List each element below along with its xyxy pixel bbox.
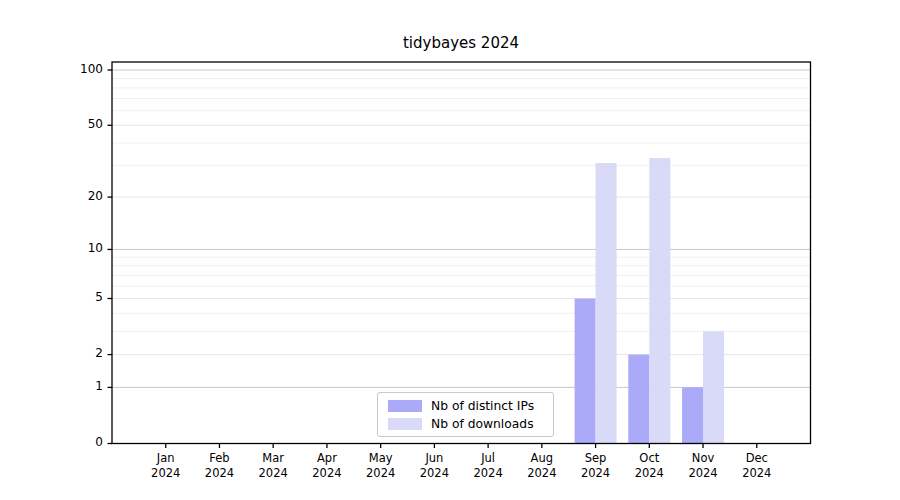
bar-downloads-oct xyxy=(649,158,670,443)
chart-title: tidybayes 2024 xyxy=(112,34,810,52)
y-tick-label-5: 5 xyxy=(58,290,103,304)
x-tick-label-aug: Aug 2024 xyxy=(512,451,572,482)
x-tick-label-may: May 2024 xyxy=(351,451,411,482)
y-tick-label-20: 20 xyxy=(58,189,103,203)
y-tick-label-10: 10 xyxy=(58,241,103,255)
x-tick-label-jun: Jun 2024 xyxy=(404,451,464,482)
x-tick-label-feb: Feb 2024 xyxy=(189,451,249,482)
x-tick-label-mar: Mar 2024 xyxy=(243,451,303,482)
y-tick-label-2: 2 xyxy=(58,346,103,360)
bar-distinct-ips-oct xyxy=(628,355,649,444)
legend-entry-distinct-ips: Nb of distinct IPs xyxy=(388,399,543,413)
x-tick-label-sep: Sep 2024 xyxy=(566,451,626,482)
y-tick-label-100: 100 xyxy=(58,62,103,76)
legend-swatch-distinct-ips xyxy=(388,400,422,412)
bar-downloads-nov xyxy=(703,331,724,443)
bar-distinct-ips-sep xyxy=(575,298,596,443)
x-tick-label-oct: Oct 2024 xyxy=(619,451,679,482)
legend-entry-downloads: Nb of downloads xyxy=(388,417,543,431)
y-tick-label-1: 1 xyxy=(58,379,103,393)
x-tick-label-jul: Jul 2024 xyxy=(458,451,518,482)
legend-label-distinct-ips: Nb of distinct IPs xyxy=(431,399,534,413)
chart-figure: tidybayes 2024 0125102050100Jan 2024Feb … xyxy=(0,0,900,500)
legend-label-downloads: Nb of downloads xyxy=(431,417,534,431)
bar-distinct-ips-nov xyxy=(682,387,703,443)
x-tick-label-dec: Dec 2024 xyxy=(727,451,787,482)
x-tick-label-jan: Jan 2024 xyxy=(136,451,196,482)
legend: Nb of distinct IPs Nb of downloads xyxy=(377,392,554,437)
x-tick-label-nov: Nov 2024 xyxy=(673,451,733,482)
y-tick-label-50: 50 xyxy=(58,117,103,131)
y-tick-label-0: 0 xyxy=(58,435,103,449)
legend-swatch-downloads xyxy=(388,418,422,430)
bar-downloads-sep xyxy=(596,163,617,443)
x-tick-label-apr: Apr 2024 xyxy=(297,451,357,482)
